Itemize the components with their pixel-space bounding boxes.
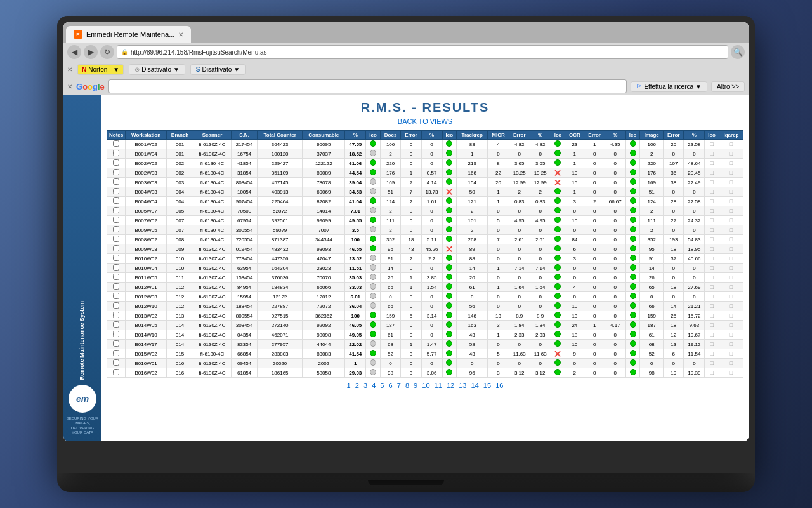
back-button[interactable]: ◀ [67,45,81,59]
page-15[interactable]: 15 [483,382,491,389]
page-8[interactable]: 8 [405,382,409,389]
page-5[interactable]: 5 [380,382,384,389]
page-1[interactable]: 1 [347,382,351,389]
row-checkbox-cell[interactable] [107,159,126,168]
row-pct1: 0 [421,321,442,330]
row-checkbox-cell[interactable] [107,225,126,235]
row-errimg: 0 [664,359,684,368]
row-errocr: 0 [584,216,605,225]
row-errimg: 0 [664,225,684,235]
table-row: B007W02 007 fi-6130-4C 67954 392501 9909… [107,216,743,225]
row-errocr: 0 [584,283,605,292]
page-12[interactable]: 12 [447,382,454,389]
norton-button[interactable]: N Norton - ▼ [77,64,124,75]
row-pctocr: 0 [605,187,625,197]
page-9[interactable]: 9 [414,382,417,389]
page-4[interactable]: 4 [372,382,376,389]
row-branch: 010 [166,264,193,273]
row-checkbox-cell[interactable] [107,235,126,244]
row-err1: 43 [401,244,421,254]
row-micr: 0 [488,302,509,311]
row-icoimg: □ [705,244,719,254]
row-scanner: fi-6130Z-4C [193,140,232,149]
row-icoocr [625,264,640,273]
altro-button[interactable]: Altro >> [711,81,745,92]
row-pct1: 0 [421,149,442,159]
row-checkbox-cell[interactable] [107,187,126,197]
row-checkbox-cell[interactable] [107,168,126,178]
row-ico1 [442,159,457,168]
page-3[interactable]: 3 [363,382,367,389]
google-search-button[interactable]: 🏳 Effettua la ricerca ▼ [631,81,707,92]
row-icoocr [625,187,640,197]
row-iqarep: □ [719,187,743,197]
row-consumable: 92092 [303,321,345,330]
row-checkbox-cell[interactable] [107,283,126,292]
row-sn: 10054 [232,187,258,197]
row-errimg: 36 [664,168,684,178]
page-2[interactable]: 2 [355,382,359,389]
page-10[interactable]: 10 [422,382,429,389]
row-workstation: B015W02 [126,349,167,359]
page-6[interactable]: 6 [389,382,393,389]
row-scanner: fi-6130Z-4C [193,273,232,283]
address-bar[interactable]: 🔒 http://89.96.214.158/RmsFujitsuSearch/… [117,45,728,59]
row-checkbox-cell[interactable] [107,292,126,302]
row-checkbox-cell[interactable] [107,197,126,206]
row-branch: 002 [166,168,193,178]
disattivato2-button[interactable]: S Disattivato ▼ [190,64,246,75]
row-checkbox-cell[interactable] [107,273,126,283]
page-11[interactable]: 11 [435,382,442,389]
table-row: B016W01 016 fi-6130Z-4C 09454 20020 2002… [107,359,743,368]
row-checkbox-cell[interactable] [107,244,126,254]
row-image: 61 [640,330,664,340]
page-7[interactable]: 7 [397,382,401,389]
row-checkbox-cell[interactable] [107,178,126,187]
row-iqarep: □ [719,244,743,254]
row-checkbox-cell[interactable] [107,340,126,349]
row-sn: 67954 [232,216,258,225]
row-workstation: B010W04 [126,264,167,273]
row-icoimg: □ [705,159,719,168]
row-sn: 907454 [232,197,258,206]
google-search-input[interactable] [108,79,627,93]
refresh-button[interactable]: ↻ [100,45,114,59]
page-13[interactable]: 13 [459,382,466,389]
row-workstation: B014W17 [126,340,167,349]
row-checkbox-cell[interactable] [107,359,126,368]
row-scanner: fi-6130-4C [193,206,232,216]
row-trackrep: 101 [457,216,488,225]
row-checkbox-cell[interactable] [107,311,126,321]
row-total: 483432 [258,244,303,254]
row-micr: 3 [488,321,509,330]
row-errmicr: 0 [509,254,530,264]
row-checkbox-cell[interactable] [107,321,126,330]
row-trackrep: 2 [457,225,488,235]
search-btn-label: Effettua la ricerca [644,83,693,90]
row-checkbox-cell[interactable] [107,216,126,225]
row-checkbox-cell[interactable] [107,302,126,311]
row-pctmicr: 0 [530,225,551,235]
row-image: 124 [640,197,664,206]
page-16[interactable]: 16 [495,382,503,389]
row-scanner: fi-6130-4C [193,235,232,244]
row-pct1: 0 [421,292,442,302]
browser-tab[interactable]: E Emmedi Remote Maintena... ✕ [66,26,191,43]
row-checkbox-cell[interactable] [107,330,126,340]
row-checkbox-cell[interactable] [107,368,126,378]
forward-button[interactable]: ▶ [84,45,98,59]
row-errmicr: 2.61 [509,235,530,244]
disattivato1-button[interactable]: ⊘ Disattivato ▼ [129,64,185,75]
row-checkbox-cell[interactable] [107,264,126,273]
search-nav-button[interactable]: 🔍 [731,45,745,59]
row-checkbox-cell[interactable] [107,149,126,159]
pagination[interactable]: 1 2 3 4 5 6 7 8 9 10 11 12 13 14 [107,382,743,389]
row-checkbox-cell[interactable] [107,206,126,216]
row-checkbox-cell[interactable] [107,140,126,149]
row-checkbox-cell[interactable] [107,349,126,359]
page-14[interactable]: 14 [471,382,479,389]
row-checkbox-cell[interactable] [107,254,126,264]
back-to-views-link[interactable]: BACK TO VIEWS [107,117,743,125]
tab-close-button[interactable]: ✕ [178,31,183,38]
row-iqarep: □ [719,216,743,225]
